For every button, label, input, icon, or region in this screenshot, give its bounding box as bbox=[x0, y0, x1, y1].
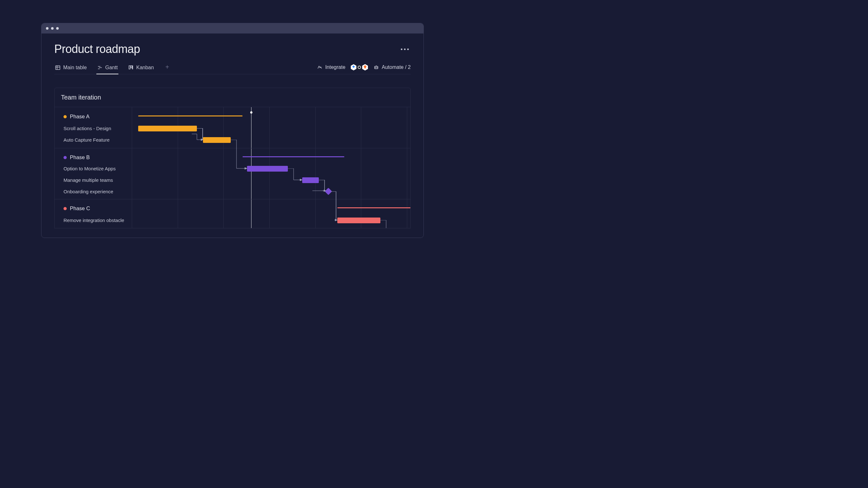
page-title: Product roadmap bbox=[54, 42, 140, 56]
dependency-arrow bbox=[197, 128, 205, 142]
dependency-arrow bbox=[380, 220, 388, 228]
svg-rect-8 bbox=[132, 66, 133, 69]
tab-gantt[interactable]: Gantt bbox=[96, 63, 118, 74]
window-max-dot[interactable] bbox=[56, 27, 59, 30]
phase-color-dot bbox=[63, 115, 67, 118]
tab-label: Main table bbox=[63, 65, 87, 70]
dependency-arrow bbox=[312, 180, 328, 193]
phase-header-b[interactable]: Phase B bbox=[55, 154, 90, 160]
more-options-button[interactable] bbox=[399, 46, 411, 52]
tab-label: Gantt bbox=[105, 65, 118, 70]
gantt-icon bbox=[97, 65, 103, 70]
task-row[interactable]: Scroll actions - Design bbox=[55, 126, 410, 131]
gitlab-icon bbox=[361, 63, 369, 71]
task-label: Auto Capture Feature bbox=[55, 137, 133, 142]
svg-point-16 bbox=[375, 67, 376, 68]
task-label: Option to Monetize Apps bbox=[55, 166, 133, 171]
window-close-dot[interactable] bbox=[46, 27, 49, 30]
board-title: Team iteration bbox=[55, 88, 410, 107]
svg-rect-7 bbox=[130, 66, 132, 68]
svg-rect-6 bbox=[129, 66, 130, 69]
automate-button[interactable]: Automate / 2 bbox=[373, 64, 411, 70]
integrate-icon bbox=[317, 64, 322, 70]
gantt-board: Team iteration Phase A bbox=[54, 88, 411, 228]
dependency-arrow bbox=[321, 191, 340, 223]
view-tabs: Main table Gantt Kanban + Integrate bbox=[54, 63, 411, 74]
svg-marker-22 bbox=[300, 179, 302, 181]
task-row[interactable]: Onboarding experience bbox=[55, 189, 410, 194]
phase-a-summary-bar[interactable] bbox=[138, 116, 243, 117]
task-bar[interactable] bbox=[138, 126, 197, 131]
kanban-icon bbox=[128, 65, 134, 70]
gantt-chart[interactable]: Phase A Scroll actions - Design Auto Cap… bbox=[55, 107, 410, 228]
phase-name: Phase C bbox=[70, 205, 90, 212]
task-bar[interactable] bbox=[247, 166, 288, 172]
phase-color-dot bbox=[63, 207, 67, 210]
task-label: Remove integration obstacle bbox=[55, 218, 133, 223]
tab-kanban[interactable]: Kanban bbox=[127, 63, 154, 74]
svg-marker-21 bbox=[245, 167, 247, 169]
phase-b-summary-bar[interactable] bbox=[243, 156, 344, 157]
task-label: Manage multiple teams bbox=[55, 177, 133, 183]
svg-point-17 bbox=[377, 67, 377, 68]
task-label: Scroll actions - Design bbox=[55, 126, 133, 131]
add-view-button[interactable]: + bbox=[163, 63, 171, 73]
window-min-dot[interactable] bbox=[51, 27, 54, 30]
phase-header-a[interactable]: Phase A bbox=[55, 113, 89, 120]
task-label: Onboarding experience bbox=[55, 189, 133, 194]
dependency-arrow bbox=[231, 140, 250, 171]
window-titlebar bbox=[41, 23, 424, 33]
dependency-arrow bbox=[288, 168, 304, 183]
phase-name: Phase B bbox=[70, 154, 90, 160]
svg-point-13 bbox=[359, 66, 360, 68]
automate-label: Automate / 2 bbox=[382, 64, 411, 70]
integrations-icons[interactable] bbox=[350, 63, 369, 71]
svg-rect-0 bbox=[56, 66, 60, 69]
phase-header-c[interactable]: Phase C bbox=[55, 205, 90, 212]
integrate-label: Integrate bbox=[325, 64, 345, 70]
table-icon bbox=[55, 65, 61, 70]
phase-name: Phase A bbox=[70, 113, 89, 120]
phase-c-summary-bar[interactable] bbox=[337, 207, 411, 208]
robot-icon bbox=[373, 64, 379, 70]
app-window: Product roadmap Main table Gantt Kanban bbox=[41, 23, 424, 238]
tab-label: Kanban bbox=[136, 65, 154, 70]
task-row[interactable]: Manage multiple teams bbox=[55, 177, 410, 183]
tab-main-table[interactable]: Main table bbox=[54, 63, 87, 74]
phase-color-dot bbox=[63, 156, 67, 159]
integrate-button[interactable]: Integrate bbox=[317, 64, 345, 70]
task-bar[interactable] bbox=[337, 218, 380, 223]
